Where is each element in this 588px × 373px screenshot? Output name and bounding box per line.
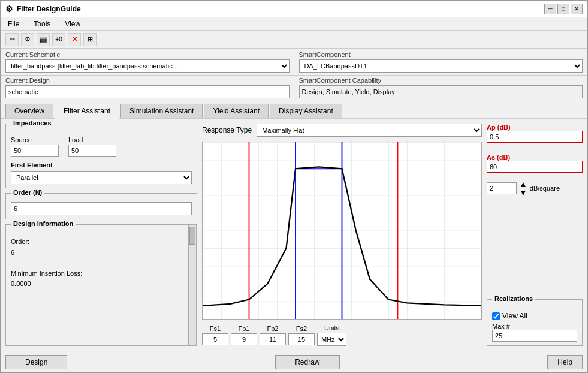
as-input[interactable] — [487, 161, 583, 173]
freq-row: Fs1 Fp1 Fp2 Fs2 Units — [202, 324, 482, 346]
view-all-label: View All — [502, 312, 527, 320]
design-info-title: Design Information — [11, 220, 76, 227]
close-button[interactable]: ✕ — [571, 4, 583, 14]
source-input[interactable] — [11, 145, 59, 157]
realizations-title: Realizations — [492, 295, 535, 302]
first-element-container: First Element Parallel — [11, 161, 192, 184]
capability-group: SmartComponent Capability — [299, 77, 583, 98]
tool-camera-icon[interactable]: 📷 — [37, 33, 50, 46]
tab-simulation-assistant[interactable]: Simulation Assistant — [120, 104, 203, 118]
chart-area — [202, 142, 482, 320]
right-panel: Ap (dB) As (dB) ▲ ▼ dB/square Realizatio… — [487, 124, 583, 346]
design-input[interactable] — [5, 85, 290, 98]
smart-component-group: SmartComponent DA_LCBandpassDT1 — [299, 51, 583, 73]
order-group: Order (N) — [5, 193, 197, 219]
fs1-label: Fs1 — [210, 325, 221, 332]
design-info-inner: Order:6Minimum Insertion Loss:0.0000 — [11, 233, 192, 332]
smart-component-label: SmartComponent — [299, 51, 583, 58]
tool-delete-icon[interactable]: ✕ — [68, 33, 81, 46]
center-panel: Response Type Maximally Flat — [202, 124, 482, 346]
smart-component-select[interactable]: DA_LCBandpassDT1 — [299, 59, 583, 73]
tool-settings-icon[interactable]: ⚙ — [21, 33, 34, 46]
source-field: Source — [11, 136, 59, 157]
tool-addval-icon[interactable]: +0 — [52, 33, 65, 46]
response-type-label: Response Type — [202, 126, 252, 134]
design-button[interactable]: Design — [5, 355, 67, 369]
tab-display-assistant[interactable]: Display Assistant — [270, 104, 342, 118]
current-design-group: Current Design — [5, 77, 290, 98]
ap-input[interactable] — [487, 131, 583, 143]
load-field: Load — [68, 136, 116, 157]
tabs-row: Overview Filter Assistant Simulation Ass… — [1, 101, 587, 119]
scrollbar-thumb — [189, 227, 195, 245]
units-item: Units MHz GHz kHz — [317, 324, 346, 346]
title-bar-controls: ─ □ ✕ — [544, 4, 583, 14]
fs2-label: Fs2 — [296, 325, 307, 332]
first-element-label: First Element — [11, 161, 192, 169]
capability-label: SmartComponent Capability — [299, 77, 583, 84]
tool-grid-icon[interactable]: ⊞ — [83, 33, 97, 46]
db-down-arrow[interactable]: ▼ — [519, 188, 527, 197]
view-all-checkbox[interactable] — [492, 312, 500, 320]
ap-group: Ap (dB) — [487, 124, 583, 143]
window-title: Filter DesignGuide — [17, 5, 81, 13]
main-window: ⚙ Filter DesignGuide ─ □ ✕ File Tools Vi… — [0, 0, 588, 373]
tab-filter-assistant[interactable]: Filter Assistant — [55, 104, 119, 119]
max-input[interactable] — [492, 330, 577, 342]
fp2-label: Fp2 — [267, 325, 279, 332]
load-input[interactable] — [68, 145, 116, 157]
impedances-row: Source Load — [11, 136, 192, 157]
fs1-input[interactable] — [202, 333, 228, 345]
impedances-title: Impedances — [11, 119, 54, 127]
response-type-row: Response Type Maximally Flat — [202, 124, 482, 137]
source-label: Source — [11, 136, 59, 143]
tool-edit-icon[interactable]: ✏ — [5, 33, 19, 46]
menu-view[interactable]: View — [62, 20, 83, 28]
fs2-item: Fs2 — [288, 325, 315, 345]
right-spacer — [487, 201, 583, 294]
window-icon: ⚙ — [5, 4, 13, 14]
ap-label: Ap (dB) — [487, 124, 583, 131]
fs2-input[interactable] — [288, 333, 315, 345]
title-bar-left: ⚙ Filter DesignGuide — [5, 4, 81, 14]
view-all-row: View All — [492, 312, 577, 320]
design-fields-row: Current Design SmartComponent Capability — [1, 76, 587, 101]
first-element-select[interactable]: Parallel — [11, 171, 192, 184]
response-type-select[interactable]: Maximally Flat — [257, 124, 482, 137]
schematic-fields-row: Current Schematic filter_bandpass [filte… — [1, 49, 587, 76]
menu-bar: File Tools View — [1, 17, 587, 31]
toolbar: ✏ ⚙ 📷 +0 ✕ ⊞ — [1, 31, 587, 49]
load-label: Load — [68, 136, 116, 143]
impedances-group: Impedances Source Load First Element Par… — [5, 124, 197, 188]
db-spinner-arrows[interactable]: ▲ ▼ — [519, 180, 527, 197]
fp2-input[interactable] — [260, 333, 286, 345]
max-label: Max # — [492, 323, 577, 330]
db-unit: dB/square — [530, 185, 560, 192]
fp1-item: Fp1 — [231, 325, 257, 345]
db-input[interactable] — [487, 182, 517, 194]
left-panel: Impedances Source Load First Element Par… — [5, 124, 197, 346]
menu-file[interactable]: File — [5, 20, 22, 28]
tab-yield-assistant[interactable]: Yield Assistant — [204, 104, 269, 118]
order-input[interactable] — [11, 202, 192, 215]
db-up-arrow[interactable]: ▲ — [519, 180, 527, 188]
minimize-button[interactable]: ─ — [544, 4, 556, 14]
redraw-button[interactable]: Redraw — [275, 355, 339, 369]
menu-tools[interactable]: Tools — [31, 20, 53, 28]
design-info-text: Order:6Minimum Insertion Loss:0.0000 — [11, 237, 192, 332]
fp1-label: Fp1 — [239, 325, 250, 332]
design-label: Current Design — [5, 77, 290, 84]
tab-overview[interactable]: Overview — [5, 104, 53, 118]
help-button[interactable]: Help — [547, 355, 583, 369]
design-info-scrollbar[interactable] — [188, 225, 197, 345]
units-select[interactable]: MHz GHz kHz — [317, 333, 346, 346]
db-square-row: ▲ ▼ dB/square — [487, 180, 583, 197]
fp2-item: Fp2 — [260, 325, 286, 345]
schematic-select[interactable]: filter_bandpass [filter_lab_lib:filter_b… — [5, 59, 290, 73]
maximize-button[interactable]: □ — [557, 4, 569, 14]
fp1-input[interactable] — [231, 333, 257, 345]
filter-chart — [203, 142, 481, 319]
capability-input — [299, 85, 583, 98]
as-group: As (dB) — [487, 151, 583, 173]
as-label: As (dB) — [487, 154, 583, 161]
